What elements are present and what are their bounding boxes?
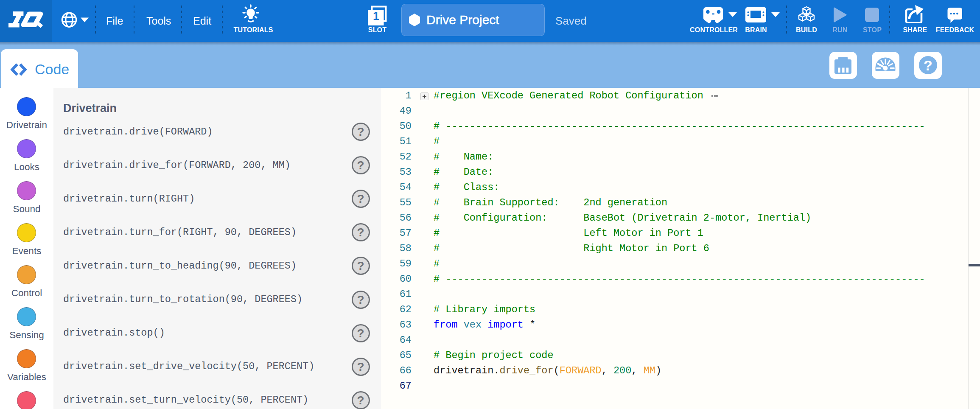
svg-text:1: 1 — [373, 10, 379, 22]
